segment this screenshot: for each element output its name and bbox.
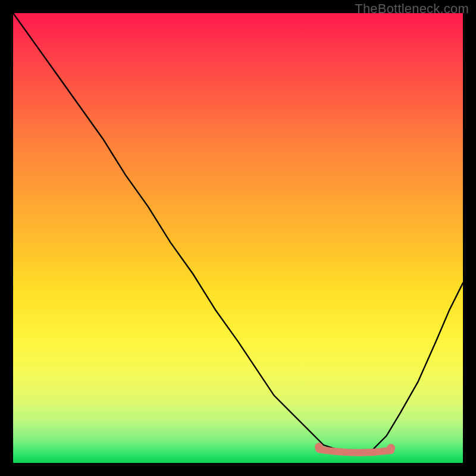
chart-plot-area xyxy=(13,13,463,463)
chart-svg xyxy=(13,13,463,463)
bottleneck-curve xyxy=(13,13,463,454)
chart-stage: TheBottleneck.com xyxy=(0,0,476,476)
optimal-zone-marker xyxy=(315,443,395,453)
optimal-end-dot xyxy=(387,444,395,452)
optimal-range-line xyxy=(319,449,391,453)
